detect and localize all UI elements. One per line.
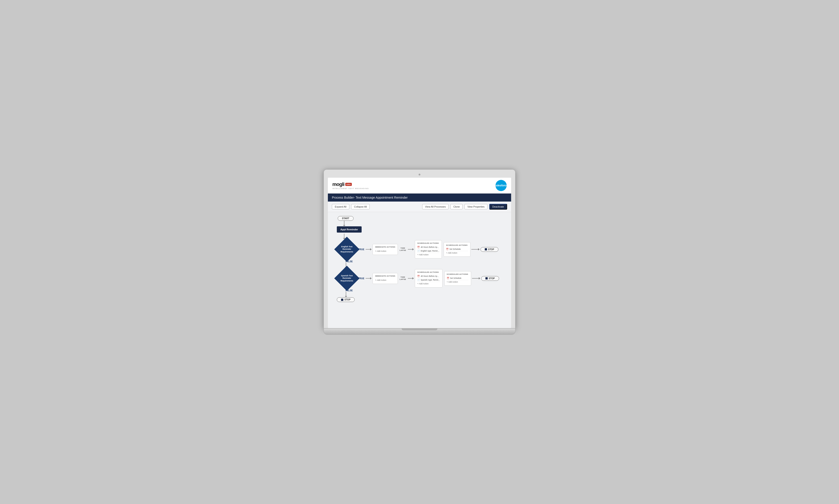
start-pill: START — [338, 216, 354, 221]
branch2-sched2-add[interactable]: + Add Action — [447, 280, 469, 284]
logo-text: mogli — [332, 181, 344, 187]
logo: mogli sms — [332, 181, 369, 187]
branch2-stop-arrow — [472, 277, 480, 280]
branch1-sched2-title: SCHEDULED ACTIONS — [446, 244, 468, 246]
branch1-add-action-1[interactable]: + Add Action — [375, 249, 395, 253]
branch1-scheduled2: SCHEDULED ACTIONS ⏰ Set Schedule + Add A… — [444, 242, 470, 257]
branch2-sched1-item2[interactable]: 📄 Spanish Appt. Remin... — [417, 278, 440, 282]
branch2-timelapse-arrow — [408, 277, 414, 280]
branch1-sched1-add[interactable]: + Add Action — [417, 253, 440, 256]
branch2-immediate-title: IMMEDIATE ACTIONS — [375, 275, 395, 277]
branch1-scheduled1: SCHEDULED ACTIONS ⏰ 48 Hours Before Ap..… — [415, 240, 442, 258]
branch1-false-label: FALSE — [345, 260, 498, 263]
branch2-false-arrow — [346, 292, 346, 296]
logo-sms-badge: sms — [345, 183, 352, 186]
branch2-sched2-title: SCHEDULED ACTIONS — [447, 273, 469, 275]
camera — [418, 174, 421, 176]
clone-button[interactable]: Clone — [450, 204, 463, 209]
branch2-diamond-label: Spanish TextReminderRequirements — [339, 274, 355, 282]
logo-tagline: INTELLIGENT TEXT MESSAGING — [332, 187, 369, 190]
salesforce-badge: salesforce — [496, 180, 507, 191]
branch2-decision-row: Spanish TextReminderRequirements TRUE IM… — [337, 268, 499, 288]
deactivate-button[interactable]: Deactivate — [489, 204, 507, 210]
branch2: Spanish TextReminderRequirements TRUE IM… — [337, 268, 499, 296]
branch2-sched2-item1[interactable]: ⏰ Set Schedule — [447, 276, 469, 280]
branch2-sched1-title: SCHEDULED ACTIONS — [417, 271, 440, 273]
pb-title-bar: Process Builder- Text Message Appointmen… — [328, 194, 511, 201]
branch1-diamond-label: English TextReminderRequirements — [339, 246, 355, 253]
branch1: English TextReminderRequirements TRUE IM… — [337, 239, 498, 267]
branch1-immediate-actions: IMMEDIATE ACTIONS + Add Action — [373, 244, 398, 255]
app-header: mogli sms INTELLIGENT TEXT MESSAGING sal… — [328, 178, 511, 194]
branch2-diamond[interactable]: Spanish TextReminderRequirements — [337, 268, 357, 288]
laptop-screen: mogli sms INTELLIGENT TEXT MESSAGING sal… — [328, 178, 511, 328]
branch1-decision-row: English TextReminderRequirements TRUE IM… — [337, 239, 498, 259]
final-stop-pill: STOP — [337, 297, 355, 302]
clock-icon-1: ⏰ — [417, 246, 420, 248]
branch2-scheduled2: SCHEDULED ACTIONS ⏰ Set Schedule + Add A… — [444, 271, 471, 286]
view-all-processes-button[interactable]: View All Processes — [422, 204, 449, 209]
laptop-base — [323, 328, 516, 335]
branch1-time-lapse: TIMELAPSE — [399, 247, 406, 252]
branch2-immediate-actions: IMMEDIATE ACTIONS + Add Action — [373, 273, 398, 284]
branch1-stop-pill: STOP — [480, 247, 498, 252]
branch1-sched1-title: SCHEDULED ACTIONS — [417, 242, 440, 244]
branch2-true-arrow — [366, 277, 372, 280]
laptop-shell: mogli sms INTELLIGENT TEXT MESSAGING sal… — [323, 169, 516, 335]
stop-square-1 — [485, 248, 487, 250]
collapse-all-button[interactable]: Collapse All — [351, 204, 370, 209]
stop-square-final — [341, 299, 343, 301]
screen-bezel: mogli sms INTELLIGENT TEXT MESSAGING sal… — [323, 169, 516, 328]
branch1-sched2-add[interactable]: + Add Action — [446, 251, 468, 255]
view-properties-button[interactable]: View Properties — [464, 204, 487, 209]
branch1-true-arrow — [366, 248, 372, 250]
branch2-stop-pill: STOP — [481, 276, 499, 281]
appt-reminder-box[interactable]: Appt Reminder — [337, 226, 362, 233]
arrow-start — [344, 221, 344, 225]
arrow-appt — [344, 234, 344, 238]
doc-icon-2: 📄 — [417, 279, 420, 281]
stop-square-2 — [485, 277, 488, 280]
branch2-add-action-1[interactable]: + Add Action — [375, 278, 395, 282]
pb-canvas: START Appt Reminder — [328, 212, 511, 328]
branch1-immediate-title: IMMEDIATE ACTIONS — [375, 246, 395, 248]
branch1-timelapse-arrow — [408, 248, 414, 250]
clock-icon-4: ⏰ — [447, 277, 449, 279]
branch2-time-lapse: TIMELAPSE — [399, 276, 406, 281]
clock-icon-2: ⏰ — [446, 248, 448, 250]
branch1-sched1-item1[interactable]: ⏰ 48 Hours Before Ap... — [417, 245, 440, 249]
pb-title: Process Builder- Text Message Appointmen… — [332, 196, 408, 199]
doc-icon-1: 📄 — [417, 250, 420, 252]
expand-all-button[interactable]: Expand All — [332, 204, 349, 209]
branch1-sched2-item1[interactable]: ⏰ Set Schedule — [446, 247, 468, 251]
clock-icon-3: ⏰ — [417, 275, 420, 277]
branch2-scheduled1: SCHEDULED ACTIONS ⏰ 48 Hours Before Ap..… — [415, 269, 442, 287]
branch1-diamond[interactable]: English TextReminderRequirements — [337, 239, 357, 259]
logo-area: mogli sms INTELLIGENT TEXT MESSAGING — [332, 181, 369, 190]
branch1-sched1-item2[interactable]: 📄 English Appt. Remin... — [417, 249, 440, 253]
pb-toolbar: Expand All Collapse All View All Process… — [328, 201, 511, 212]
branch2-sched1-add[interactable]: + Add Action — [417, 282, 440, 286]
branch1-stop-arrow — [472, 248, 480, 250]
branch2-sched1-item1[interactable]: ⏰ 48 Hours Before Ap... — [417, 274, 440, 278]
branch2-false-label: FALSE — [345, 289, 499, 292]
